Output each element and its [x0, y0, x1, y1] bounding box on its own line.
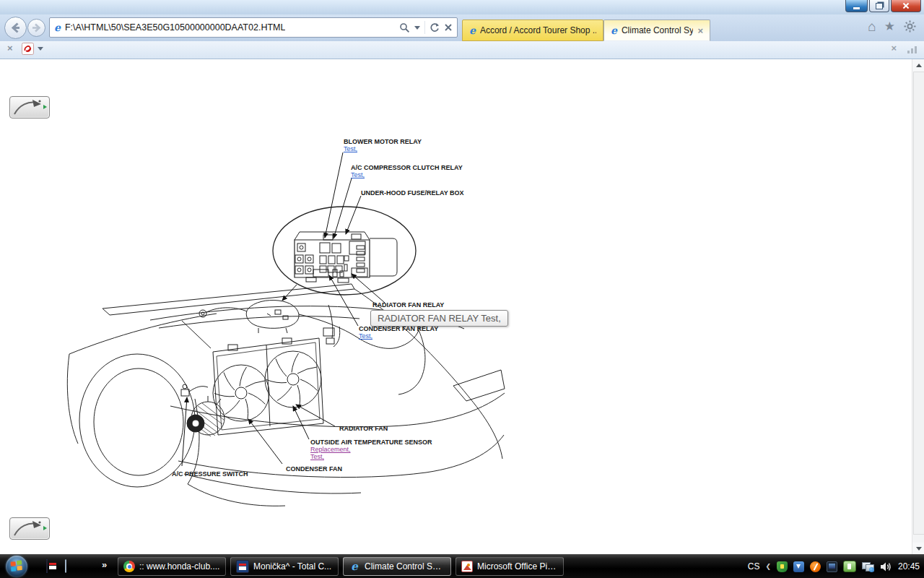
label-ac-pressure-switch: A/C PRESSURE SWITCH — [172, 471, 248, 478]
browser-window: e F:\A\HTML\50\SEA3E50G10500000000DAAT02… — [0, 0, 924, 578]
minimize-button[interactable] — [845, 0, 868, 12]
page-content: BLOWER MOTOR RELAY Test, A/C COMPRESSOR … — [0, 59, 924, 555]
taskbar-button-office-picture-manager[interactable]: Microsoft Office Pic... — [456, 557, 564, 576]
refresh-icon[interactable] — [430, 22, 440, 33]
scroll-up-button[interactable] — [912, 59, 924, 72]
power-plug-icon[interactable] — [843, 561, 856, 572]
page-favicon-icon: e — [54, 22, 61, 33]
address-bar-icons — [399, 21, 453, 34]
pdf-toolbar-button[interactable] — [22, 43, 43, 55]
scroll-up-icon — [916, 64, 922, 67]
test-link[interactable]: Test, — [310, 454, 432, 460]
forward-arrow-icon — [29, 20, 44, 36]
start-button[interactable] — [6, 556, 27, 577]
tab-label: Accord / Accord Tourer Shop ... — [480, 25, 596, 35]
tab-climate-control[interactable]: e Climate Control System Co... × — [603, 20, 710, 41]
tray-update-icon[interactable] — [793, 561, 804, 572]
quick-launch-desktop[interactable] — [65, 560, 78, 573]
label-underhood-fuse-relay-box: UNDER-HOOD FUSE/RELAY BOX — [361, 190, 464, 197]
window-titlebar — [0, 0, 924, 14]
address-bar[interactable]: e F:\A\HTML\50\SEA3E50G10500000000DAAT02… — [49, 17, 458, 38]
language-indicator[interactable]: CS — [748, 561, 760, 571]
internet-explorer-icon: e — [349, 561, 360, 572]
test-link[interactable]: Test, — [351, 172, 463, 178]
tools-gear-button[interactable] — [903, 20, 917, 33]
label-condenser-fan-relay: CONDENSER FAN RELAY Test, — [359, 326, 438, 340]
window-controls — [845, 0, 921, 12]
test-link[interactable]: Test, — [344, 146, 422, 152]
divider — [424, 21, 425, 34]
minimize-icon — [853, 7, 860, 9]
tray-antivirus-icon[interactable] — [810, 561, 821, 572]
fan-assembly-drawing — [213, 328, 334, 435]
link-tooltip: RADIATOR FAN RELAY Test, — [370, 310, 508, 327]
taskbar-button-honda-club[interactable]: :: www.honda-club.... — [118, 557, 226, 576]
tab-strip: e Accord / Accord Tourer Shop ... e Clim… — [462, 17, 710, 41]
windows-logo-icon — [10, 560, 23, 573]
label-outside-air-temperature-sensor: OUTSIDE AIR TEMPERATURE SENSOR Replaceme… — [310, 439, 432, 460]
adobe-pdf-icon — [22, 43, 34, 55]
test-link[interactable]: Test, — [359, 333, 438, 340]
scrollbar-thumb[interactable] — [913, 72, 924, 535]
scroll-down-button[interactable] — [912, 543, 924, 555]
total-commander-icon — [46, 559, 48, 573]
volume-icon[interactable] — [880, 561, 892, 572]
office-picture-manager-icon — [461, 561, 473, 572]
quick-launch-total-commander[interactable] — [46, 560, 59, 573]
back-arrow-icon — [6, 17, 25, 38]
taskbar: » :: www.honda-club.... Monička^ - Total… — [0, 554, 924, 578]
nav-arrow-button-top[interactable] — [9, 96, 50, 118]
label-radiator-fan: RADIATOR FAN — [339, 426, 388, 432]
vertical-scrollbar[interactable] — [912, 59, 924, 555]
address-url: F:\A\HTML\50\SEA3E50G10500000000DAAT02.H… — [65, 22, 285, 33]
stop-icon[interactable] — [444, 23, 453, 32]
tray-shield-icon[interactable] — [777, 561, 788, 572]
notification-close-icon[interactable]: × — [891, 43, 897, 53]
close-button[interactable] — [891, 0, 921, 12]
addon-toolbar: × × — [0, 41, 924, 59]
forward-button[interactable] — [27, 19, 45, 37]
back-button[interactable] — [4, 17, 27, 39]
nav-arrow-button-bottom[interactable] — [9, 517, 50, 540]
browser-navigation-bar: e F:\A\HTML\50\SEA3E50G10500000000DAAT02… — [0, 14, 924, 41]
label-blower-motor-relay: BLOWER MOTOR RELAY Test, — [344, 139, 422, 152]
replacement-link[interactable]: Replacement, — [310, 447, 432, 453]
restore-icon — [876, 3, 883, 9]
browser-action-icons: ⌂ ★ — [868, 20, 917, 33]
engine-bay-diagram — [0, 59, 924, 555]
fuse-relay-box-callout — [273, 207, 416, 295]
activity-bars-icon[interactable] — [907, 46, 917, 53]
home-button[interactable]: ⌂ — [868, 20, 876, 33]
leader-lines — [182, 152, 385, 466]
tray-display-icon[interactable] — [827, 561, 837, 572]
chrome-icon — [123, 561, 135, 572]
taskbar-button-ie-climate-control[interactable]: e Climate Control Sys... — [343, 557, 451, 576]
taskbar-button-total-commander[interactable]: Monička^ - Total C... — [230, 557, 339, 576]
desktop-icon — [65, 559, 66, 573]
restore-button[interactable] — [869, 0, 889, 12]
compressor-drawing — [187, 396, 225, 436]
label-condenser-fan: CONDENSER FAN — [286, 466, 342, 473]
label-ac-compressor-clutch-relay: A/C COMPRESSOR CLUTCH RELAY Test, — [351, 165, 463, 178]
tray-expand-chevron[interactable]: ❮ — [765, 563, 771, 570]
ie-favicon-icon: e — [611, 25, 617, 35]
quick-launch-overflow-chevron[interactable]: » — [102, 559, 107, 570]
favorites-button[interactable]: ★ — [884, 20, 895, 33]
system-tray: CS ❮ 20:45 — [748, 555, 920, 578]
toolbar-close-icon[interactable]: × — [7, 43, 13, 53]
tab-accord-shop[interactable]: e Accord / Accord Tourer Shop ... — [462, 20, 603, 41]
taskbar-buttons: :: www.honda-club.... Monička^ - Total C… — [118, 557, 564, 576]
swoosh-arrow-icon — [11, 519, 48, 538]
swoosh-arrow-icon — [11, 98, 48, 117]
close-icon — [902, 2, 910, 9]
network-icon[interactable] — [862, 561, 874, 572]
tab-label: Climate Control System Co... — [622, 25, 693, 35]
clock[interactable]: 20:45 — [898, 561, 920, 571]
scroll-down-icon — [916, 547, 922, 551]
quick-launch-firefox[interactable] — [84, 560, 97, 573]
search-dropdown-icon[interactable] — [414, 26, 420, 30]
tab-close-icon[interactable]: × — [697, 26, 703, 35]
search-icon[interactable] — [399, 22, 410, 33]
pdf-dropdown-icon[interactable] — [38, 47, 43, 51]
label-radiator-fan-relay: RADIATOR FAN RELAY — [372, 302, 444, 309]
